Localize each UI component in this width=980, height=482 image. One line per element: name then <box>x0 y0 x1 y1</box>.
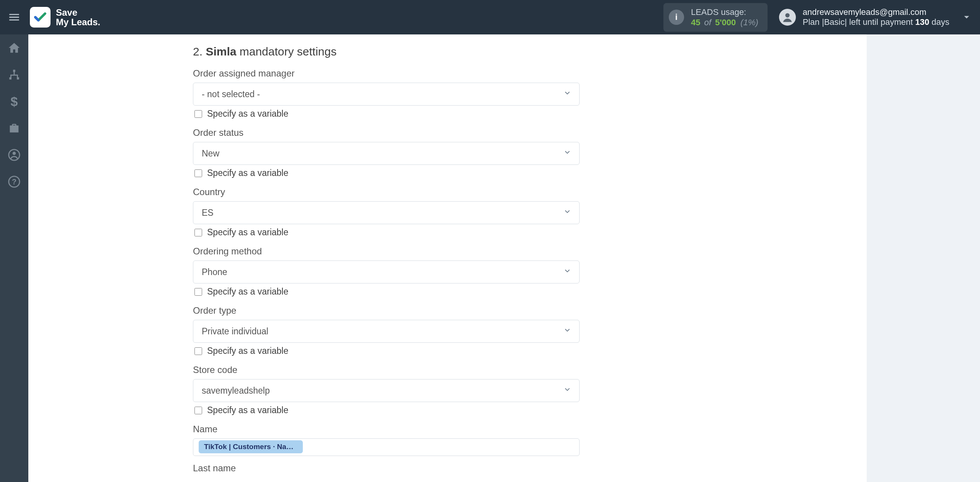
section-title: 2. Simla mandatory settings <box>193 45 580 58</box>
select-country-value: ES <box>202 208 214 218</box>
name-token-chip[interactable]: TikTok | Customers · Na… <box>199 440 303 453</box>
avatar-icon <box>779 9 796 26</box>
sidebar-item-home[interactable] <box>0 34 28 61</box>
sidebar-item-integrations[interactable] <box>0 61 28 88</box>
label-order-status: Order status <box>193 127 580 138</box>
chevron-down-icon <box>563 385 572 396</box>
variable-toggle-store[interactable]: Specify as a variable <box>193 405 580 415</box>
select-order-status[interactable]: New <box>193 142 580 165</box>
label-last-name: Last name <box>193 463 580 474</box>
variable-checkbox-manager[interactable] <box>194 110 202 118</box>
user-menu-toggle[interactable] <box>953 12 980 22</box>
variable-toggle-status[interactable]: Specify as a variable <box>193 168 580 178</box>
variable-checkbox-method[interactable] <box>194 288 202 296</box>
label-store-code: Store code <box>193 365 580 375</box>
select-order-type[interactable]: Private individual <box>193 320 580 343</box>
user-info: andrewsavemyleads@gmail.com Plan |Basic|… <box>803 7 949 28</box>
person-icon <box>782 11 793 23</box>
select-order-status-value: New <box>202 148 219 159</box>
label-country: Country <box>193 187 580 197</box>
chevron-down-icon <box>563 89 572 99</box>
label-order-manager: Order assigned manager <box>193 68 580 79</box>
leads-pct: (1%) <box>740 18 758 27</box>
chevron-down-icon <box>563 148 572 159</box>
leads-total: 5'000 <box>715 18 736 27</box>
leads-used: 45 <box>691 18 700 27</box>
variable-checkbox-status[interactable] <box>194 169 202 177</box>
field-store-code: Store code savemyleadshelp Specify as a … <box>193 365 580 415</box>
field-name: Name TikTok | Customers · Na… <box>193 424 580 456</box>
user-plan: Plan |Basic| left until payment 130 days <box>803 17 949 27</box>
leads-of: of <box>704 18 711 27</box>
variable-checkbox-store[interactable] <box>194 407 202 414</box>
checkmark-icon <box>33 10 47 24</box>
settings-panel: 2. Simla mandatory settings Order assign… <box>28 34 867 482</box>
label-ordering-method: Ordering method <box>193 246 580 257</box>
chevron-down-icon <box>563 267 572 277</box>
svg-point-2 <box>13 152 16 155</box>
sitemap-icon <box>8 68 21 81</box>
logo-text: Save My Leads. <box>56 8 100 27</box>
main-area: 2. Simla mandatory settings Order assign… <box>28 34 980 482</box>
field-ordering-method: Ordering method Phone Specify as a varia… <box>193 246 580 297</box>
input-name[interactable]: TikTok | Customers · Na… <box>193 438 580 456</box>
leads-title: LEADS usage: <box>691 7 758 18</box>
select-order-type-value: Private individual <box>202 326 268 337</box>
menu-toggle-button[interactable] <box>0 0 28 34</box>
label-order-type: Order type <box>193 305 580 316</box>
chevron-down-icon <box>563 207 572 218</box>
select-order-manager[interactable]: - not selected - <box>193 83 580 106</box>
select-store-code[interactable]: savemyleadshelp <box>193 379 580 402</box>
leads-usage-widget[interactable]: i LEADS usage: 45 of 5'000 (1%) <box>663 3 768 32</box>
sidebar: $ ? <box>0 34 28 482</box>
field-country: Country ES Specify as a variable <box>193 187 580 238</box>
field-order-status: Order status New Specify as a variable <box>193 127 580 178</box>
brand-logo[interactable]: Save My Leads. <box>30 7 100 28</box>
variable-toggle-manager[interactable]: Specify as a variable <box>193 109 580 119</box>
variable-checkbox-country[interactable] <box>194 229 202 236</box>
field-order-manager: Order assigned manager - not selected - … <box>193 68 580 119</box>
svg-point-0 <box>785 13 789 17</box>
briefcase-icon <box>8 122 21 135</box>
user-menu[interactable]: andrewsavemyleads@gmail.com Plan |Basic|… <box>779 7 949 28</box>
leads-usage-text: LEADS usage: 45 of 5'000 (1%) <box>691 7 758 28</box>
select-order-manager-value: - not selected - <box>202 89 260 99</box>
select-ordering-method[interactable]: Phone <box>193 261 580 283</box>
variable-toggle-method[interactable]: Specify as a variable <box>193 287 580 297</box>
label-name: Name <box>193 424 580 435</box>
field-order-type: Order type Private individual Specify as… <box>193 305 580 356</box>
info-icon: i <box>669 10 684 25</box>
home-icon <box>8 41 21 54</box>
chevron-down-icon <box>962 12 972 22</box>
select-store-code-value: savemyleadshelp <box>202 386 270 396</box>
sidebar-item-account[interactable] <box>0 142 28 168</box>
leads-values: 45 of 5'000 (1%) <box>691 17 758 28</box>
sidebar-item-help[interactable]: ? <box>0 168 28 195</box>
variable-toggle-country[interactable]: Specify as a variable <box>193 227 580 238</box>
select-country[interactable]: ES <box>193 201 580 224</box>
svg-text:?: ? <box>12 177 16 186</box>
variable-toggle-type[interactable]: Specify as a variable <box>193 346 580 356</box>
dollar-icon: $ <box>8 95 21 108</box>
sidebar-item-briefcase[interactable] <box>0 115 28 142</box>
select-ordering-method-value: Phone <box>202 267 227 277</box>
user-circle-icon <box>8 148 21 161</box>
user-email: andrewsavemyleads@gmail.com <box>803 7 949 17</box>
logo-mark <box>30 7 51 28</box>
help-icon: ? <box>8 175 21 188</box>
app-header: Save My Leads. i LEADS usage: 45 of 5'00… <box>0 0 980 34</box>
variable-checkbox-type[interactable] <box>194 347 202 355</box>
sidebar-item-billing[interactable]: $ <box>0 88 28 115</box>
chevron-down-icon <box>563 326 572 337</box>
hamburger-icon <box>8 11 21 24</box>
